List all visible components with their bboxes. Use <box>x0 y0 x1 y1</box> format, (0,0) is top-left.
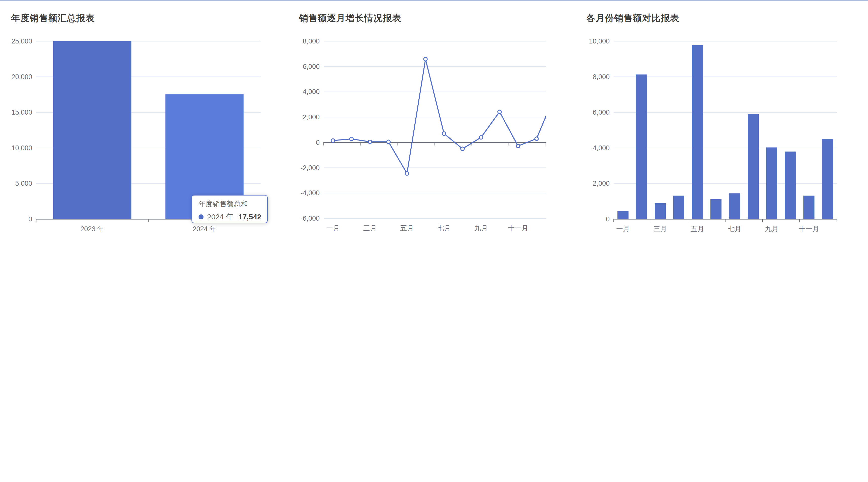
svg-text:七月: 七月 <box>437 224 451 232</box>
bar-二月 <box>636 74 647 219</box>
point-十二月 <box>535 137 538 141</box>
svg-text:20,000: 20,000 <box>11 73 32 81</box>
x-axis <box>323 143 546 146</box>
line-series[interactable] <box>331 58 546 175</box>
monthly-growth-line-chart[interactable]: 一月三月五月七月九月十一月-6,000-4,000-2,00002,0004,0… <box>288 0 576 246</box>
bar-四月 <box>673 196 684 219</box>
monthly-growth-chart-panel: 销售额逐月增长情况报表 一月三月五月七月九月十一月-6,000-4,000-2,… <box>288 0 576 246</box>
svg-text:25,000: 25,000 <box>11 37 32 45</box>
point-七月 <box>442 132 446 135</box>
bar-五月 <box>692 45 703 219</box>
bar-九月 <box>766 148 777 219</box>
svg-text:2,000: 2,000 <box>593 180 610 187</box>
chart-tooltip: 年度销售额总和 2024 年 17,542 <box>191 195 268 223</box>
svg-text:6,000: 6,000 <box>303 63 320 70</box>
svg-text:五月: 五月 <box>400 224 414 232</box>
svg-text:三月: 三月 <box>653 225 667 233</box>
bar-一月 <box>617 211 628 219</box>
svg-text:10,000: 10,000 <box>589 37 610 45</box>
x-labels: 一月三月五月七月九月十一月 <box>326 224 528 232</box>
point-三月 <box>368 140 372 144</box>
svg-text:九月: 九月 <box>474 224 488 232</box>
tooltip-title: 年度销售额总和 <box>198 200 261 208</box>
bar-2023 年 <box>53 41 131 219</box>
svg-text:8,000: 8,000 <box>593 73 610 81</box>
monthly-comparison-chart-panel: 各月份销售额对比报表 一月三月五月七月九月十一月02,0004,0006,000… <box>576 0 868 246</box>
x-axis <box>614 219 837 222</box>
point-五月 <box>405 172 409 175</box>
point-六月 <box>424 58 427 61</box>
svg-text:10,000: 10,000 <box>11 144 32 152</box>
series-marker-icon <box>198 214 204 219</box>
svg-text:九月: 九月 <box>765 225 778 233</box>
point-二月 <box>350 137 353 141</box>
x-labels: 2023 年2024 年 <box>81 225 216 233</box>
svg-text:2023 年: 2023 年 <box>81 225 104 233</box>
y-gridlines <box>614 41 837 183</box>
svg-text:-2,000: -2,000 <box>300 164 320 172</box>
svg-text:三月: 三月 <box>363 224 377 232</box>
point-十一月 <box>517 144 520 148</box>
svg-text:-4,000: -4,000 <box>300 189 320 197</box>
svg-text:0: 0 <box>606 215 610 223</box>
bars[interactable] <box>617 45 833 219</box>
svg-text:五月: 五月 <box>690 225 704 233</box>
y-labels: 05,00010,00015,00020,00025,000 <box>11 37 32 223</box>
svg-text:4,000: 4,000 <box>303 88 320 95</box>
bar-七月 <box>729 193 740 219</box>
svg-text:2024 年: 2024 年 <box>192 225 216 233</box>
svg-text:七月: 七月 <box>728 225 741 233</box>
point-九月 <box>479 136 483 139</box>
svg-text:0: 0 <box>316 139 320 146</box>
bar-十二月 <box>822 139 833 219</box>
svg-text:-6,000: -6,000 <box>300 215 320 222</box>
bar-十一月 <box>803 196 814 219</box>
point-一月 <box>331 139 335 142</box>
y-gridlines <box>324 41 546 218</box>
svg-text:2,000: 2,000 <box>303 113 320 121</box>
x-labels: 一月三月五月七月九月十一月 <box>616 225 819 233</box>
svg-text:0: 0 <box>28 215 32 223</box>
bar-六月 <box>710 199 721 219</box>
point-四月 <box>387 140 390 144</box>
svg-text:十一月: 十一月 <box>508 224 528 232</box>
bar-十月 <box>785 152 796 219</box>
svg-text:十一月: 十一月 <box>799 225 819 233</box>
point-八月 <box>461 147 464 151</box>
bar-三月 <box>655 203 666 219</box>
y-labels: 02,0004,0006,0008,00010,000 <box>589 37 610 223</box>
bars[interactable] <box>53 41 244 219</box>
tooltip-value: 17,542 <box>238 213 261 221</box>
y-labels: -6,000-4,000-2,00002,0004,0006,0008,000 <box>300 37 320 222</box>
svg-text:4,000: 4,000 <box>593 144 610 152</box>
svg-text:6,000: 6,000 <box>593 109 610 116</box>
svg-text:5,000: 5,000 <box>15 180 32 187</box>
svg-text:一月: 一月 <box>326 224 340 232</box>
svg-text:一月: 一月 <box>616 225 630 233</box>
tooltip-series-label: 2024 年 <box>207 212 234 222</box>
annual-sales-chart-panel: 年度销售额汇总报表 2023 年2024 年05,00010,00015,000… <box>0 0 288 246</box>
monthly-comparison-bar-chart[interactable]: 一月三月五月七月九月十一月02,0004,0006,0008,00010,000 <box>576 0 868 246</box>
point-十月 <box>498 110 501 114</box>
svg-text:8,000: 8,000 <box>303 37 320 45</box>
bar-八月 <box>748 114 759 219</box>
svg-text:15,000: 15,000 <box>11 109 32 116</box>
